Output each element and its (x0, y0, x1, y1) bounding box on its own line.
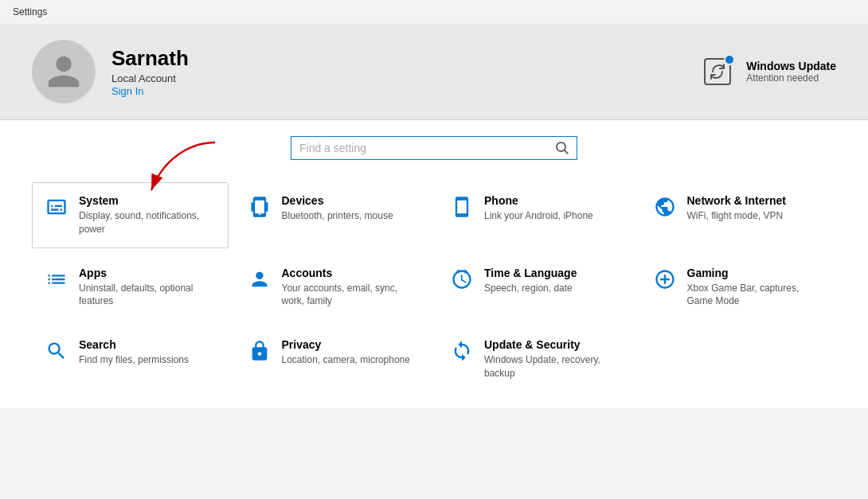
devices-desc: Bluetooth, printers, mouse (282, 209, 393, 223)
search-label: Search (79, 338, 189, 351)
devices-text: Devices Bluetooth, printers, mouse (282, 194, 393, 223)
settings-grid: System Display, sound, notifications, po… (32, 182, 836, 392)
gaming-desc: Xbox Game Bar, captures, Game Mode (687, 282, 823, 309)
settings-item-search[interactable]: Search Find my files, permissions (32, 326, 229, 392)
settings-item-network[interactable]: Network & Internet WiFi, flight mode, VP… (640, 182, 837, 248)
phone-label: Phone (484, 194, 593, 207)
settings-item-time[interactable]: Time & Language Speech, region, date (437, 255, 634, 321)
accounts-text: Accounts Your accounts, email, sync, wor… (282, 267, 418, 309)
phone-desc: Link your Android, iPhone (484, 209, 593, 223)
gaming-label: Gaming (687, 267, 823, 279)
privacy-text: Privacy Location, camera, microphone (282, 338, 410, 367)
avatar (32, 40, 96, 103)
apps-icon (45, 268, 68, 293)
person-icon (45, 53, 83, 91)
network-icon (654, 196, 676, 220)
user-details: Sarnath Local Account Sign In (111, 46, 189, 97)
update-settings-label: Update & Security (484, 338, 620, 351)
accounts-desc: Your accounts, email, sync, work, family (282, 282, 418, 309)
system-label: System (79, 194, 215, 207)
devices-label: Devices (282, 194, 393, 207)
title-bar: Settings (0, 0, 868, 24)
apps-label: Apps (79, 267, 215, 279)
update-title: Windows Update (746, 60, 836, 72)
time-label: Time & Language (484, 267, 577, 279)
windows-update-icon-wrap (700, 54, 735, 89)
settings-item-system[interactable]: System Display, sound, notifications, po… (32, 182, 229, 248)
settings-item-gaming[interactable]: Gaming Xbox Game Bar, captures, Game Mod… (640, 255, 837, 321)
system-text: System Display, sound, notifications, po… (79, 194, 215, 236)
update-status: Attention needed (746, 72, 836, 84)
search-icon (556, 142, 569, 154)
search-desc: Find my files, permissions (79, 353, 189, 367)
account-type: Local Account (111, 72, 189, 84)
apps-text: Apps Uninstall, defaults, optional featu… (79, 267, 215, 309)
accounts-label: Accounts (282, 267, 418, 279)
gaming-text: Gaming Xbox Game Bar, captures, Game Mod… (687, 267, 823, 309)
user-name: Sarnath (111, 46, 189, 71)
main-content: System Display, sound, notifications, po… (0, 120, 868, 408)
network-label: Network & Internet (687, 194, 786, 207)
search-input[interactable] (299, 142, 556, 154)
windows-update-section[interactable]: Windows Update Attention needed (700, 54, 836, 89)
privacy-desc: Location, camera, microphone (282, 353, 410, 367)
search-bar[interactable] (291, 136, 577, 160)
settings-item-update[interactable]: Update & Security Windows Update, recove… (437, 326, 634, 392)
system-icon (45, 196, 68, 220)
apps-desc: Uninstall, defaults, optional features (79, 282, 215, 309)
network-desc: WiFi, flight mode, VPN (687, 209, 786, 223)
settings-item-apps[interactable]: Apps Uninstall, defaults, optional featu… (32, 255, 229, 321)
update-settings-desc: Windows Update, recovery, backup (484, 353, 620, 380)
settings-item-phone[interactable]: Phone Link your Android, iPhone (437, 182, 634, 248)
search-bar-wrapper (32, 136, 836, 160)
accounts-icon (248, 268, 271, 293)
user-header: Sarnath Local Account Sign In Windows Up… (0, 24, 868, 120)
phone-text: Phone Link your Android, iPhone (484, 194, 593, 223)
search-text: Search Find my files, permissions (79, 338, 189, 367)
app-title: Settings (13, 6, 47, 18)
devices-icon (248, 196, 271, 220)
sign-in-link[interactable]: Sign In (111, 85, 143, 97)
time-desc: Speech, region, date (484, 282, 577, 295)
phone-icon (451, 196, 473, 220)
privacy-label: Privacy (282, 338, 410, 351)
settings-item-devices[interactable]: Devices Bluetooth, printers, mouse (235, 182, 432, 248)
system-desc: Display, sound, notifications, power (79, 209, 215, 236)
gaming-icon (654, 268, 676, 293)
search-settings-icon (45, 340, 68, 365)
settings-item-privacy[interactable]: Privacy Location, camera, microphone (235, 326, 432, 392)
time-text: Time & Language Speech, region, date (484, 267, 577, 295)
time-icon (451, 268, 473, 293)
update-text: Windows Update Attention needed (746, 60, 836, 84)
privacy-icon (248, 340, 271, 365)
settings-item-accounts[interactable]: Accounts Your accounts, email, sync, wor… (235, 255, 432, 321)
update-settings-icon (451, 340, 473, 365)
user-info: Sarnath Local Account Sign In (32, 40, 189, 103)
update-text-section: Update & Security Windows Update, recove… (484, 338, 620, 380)
network-text: Network & Internet WiFi, flight mode, VP… (687, 194, 786, 223)
